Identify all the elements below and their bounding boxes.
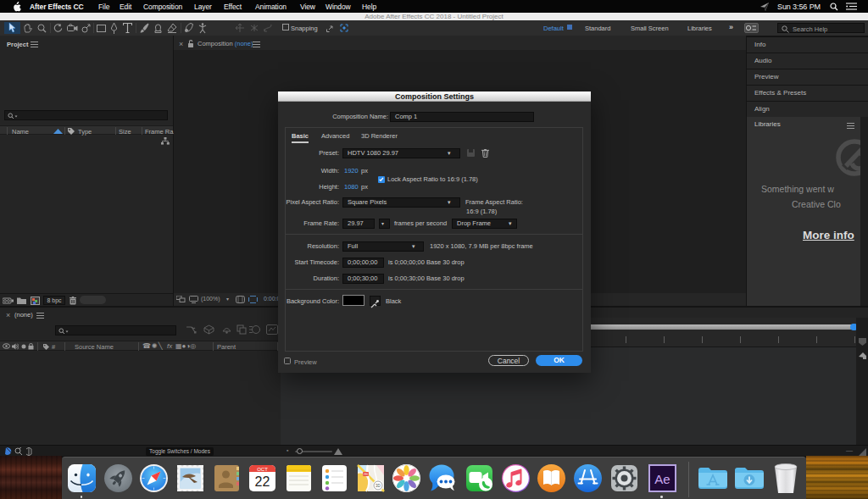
svg-text:OCT: OCT <box>257 467 268 472</box>
svg-text:Ae: Ae <box>654 472 670 486</box>
svg-text:3D: 3D <box>376 484 381 488</box>
svg-text:280: 280 <box>363 473 368 476</box>
svg-text:22: 22 <box>254 474 270 489</box>
